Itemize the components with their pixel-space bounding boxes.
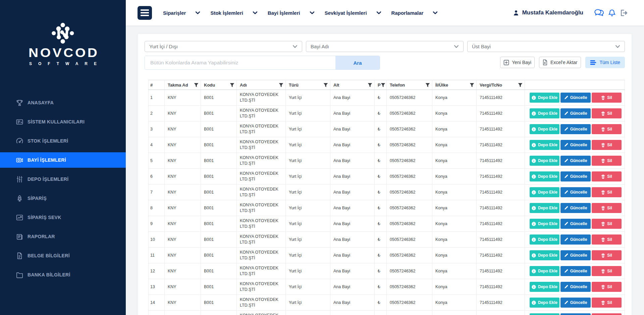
filter-select-placeholder: Yurt İçi / Dışı (149, 44, 178, 49)
hamburger-button[interactable] (138, 6, 152, 20)
col-header-label: P (378, 83, 381, 88)
depo-button[interactable]: Depo Ekle (530, 298, 559, 308)
filter-icon[interactable] (470, 83, 474, 87)
sil-button[interactable]: Sil (592, 93, 622, 103)
sil-button[interactable]: Sil (592, 298, 622, 308)
filter-icon[interactable] (368, 83, 372, 87)
filter-icon[interactable] (381, 83, 385, 87)
sil-button[interactable]: Sil (592, 250, 622, 260)
depo-button[interactable]: Depo Ekle (530, 250, 559, 260)
chart-up-icon (16, 214, 23, 221)
sidebar: NOVCOD SOFTWARE ANASAYFASİSTEM KULLANICI… (0, 0, 126, 315)
sil-button[interactable]: Sil (592, 171, 622, 181)
guncelle-button[interactable]: Güncelle (560, 156, 591, 166)
row-actions-cell: Depo EkleGüncelleSil (525, 200, 625, 216)
depo-button[interactable]: Depo Ekle (530, 140, 559, 150)
chat-icon[interactable] (594, 9, 604, 17)
sidebar-item-si-pari-sevk[interactable]: SİPARİŞ SEVK (0, 210, 126, 225)
depo-button[interactable]: Depo Ekle (530, 282, 559, 292)
sil-button[interactable]: Sil (592, 234, 622, 245)
filter-icon[interactable] (425, 83, 430, 87)
takma-ad-cell: KNY (165, 90, 201, 106)
sil-button[interactable]: Sil (592, 108, 622, 118)
depo-button[interactable]: Depo Ekle (530, 156, 559, 166)
sidebar-item-si-stem-kullanicilari[interactable]: SİSTEM KULLANICILARI (0, 114, 126, 129)
vergi-cell: 7145111492 (477, 248, 525, 263)
sidebar-item-bayi-i-lemleri-[interactable]: BAYİ İŞLEMLERİ (0, 152, 126, 168)
table-row: 13KNYB001KONYA OTOYEDEK LTD.ŞTİYurt İçiA… (149, 279, 625, 295)
search-input[interactable] (145, 56, 335, 69)
filter-icon[interactable] (323, 83, 328, 87)
info-icon (532, 285, 536, 289)
filter-icon[interactable] (518, 83, 523, 87)
top-menu-raporlamalar[interactable]: Raporlamalar (391, 10, 438, 16)
depo-button[interactable]: Depo Ekle (530, 219, 559, 229)
row-button-label: Güncelle (570, 127, 587, 132)
filter-icon[interactable] (279, 83, 283, 87)
guncelle-button[interactable]: Güncelle (560, 298, 591, 308)
sil-button[interactable]: Sil (592, 266, 622, 276)
logo[interactable]: NOVCOD SOFTWARE (0, 0, 126, 66)
sil-button[interactable]: Sil (592, 282, 622, 292)
user-menu[interactable]: Mustafa Kalemdaroğlu (513, 9, 583, 16)
depo-button[interactable]: Depo Ekle (530, 234, 559, 245)
adi-cell: KONYA OTOYEDEK LTD.ŞTİ (237, 279, 286, 295)
row-button-label: Güncelle (570, 158, 587, 163)
il-ulke-cell: Konya (432, 153, 477, 169)
filter-select-1[interactable]: Yurt İçi / Dışı (145, 41, 302, 52)
guncelle-button[interactable]: Güncelle (560, 234, 591, 245)
sidebar-item-anasayfa[interactable]: ANASAYFA (0, 95, 126, 110)
guncelle-button[interactable]: Güncelle (560, 250, 591, 260)
signout-icon[interactable] (620, 9, 628, 16)
guncelle-button[interactable]: Güncelle (560, 266, 591, 276)
filter-select-3[interactable]: Üst Bayi (467, 41, 625, 52)
filter-icon[interactable] (230, 83, 234, 87)
depo-button[interactable]: Depo Ekle (530, 124, 559, 134)
filter-select-2[interactable]: Bayi Adı (306, 41, 464, 52)
sidebar-item-stok-i-lemleri-[interactable]: STOK İŞLEMLERİ (0, 133, 126, 149)
sil-button[interactable]: Sil (592, 219, 622, 229)
depo-button[interactable]: Depo Ekle (530, 266, 559, 276)
guncelle-button[interactable]: Güncelle (560, 108, 591, 118)
guncelle-button[interactable]: Güncelle (560, 219, 591, 229)
sidebar-item-depo-i-lemleri-[interactable]: DEPO İŞLEMLERİ (0, 171, 126, 187)
guncelle-button[interactable]: Güncelle (560, 171, 591, 181)
guncelle-button[interactable]: Güncelle (560, 93, 591, 103)
sil-button[interactable]: Sil (592, 203, 622, 213)
depo-button[interactable]: Depo Ekle (530, 108, 559, 118)
top-menu-stok-i-lemleri[interactable]: Stok İşlemleri (210, 10, 258, 16)
depo-button[interactable]: Depo Ekle (530, 313, 559, 315)
kodu-cell: B001 (201, 169, 237, 185)
sil-button[interactable]: Sil (592, 187, 622, 197)
top-menu-sipari-ler[interactable]: Siparişler (163, 10, 200, 16)
sidebar-item-si-pari-[interactable]: SİPARİŞ (0, 191, 126, 206)
guncelle-button[interactable]: Güncelle (560, 124, 591, 134)
t-m-liste-button[interactable]: Tüm Liste (585, 57, 625, 68)
filter-icon[interactable] (194, 83, 199, 87)
sidebar-item-belge-bi-lgi-leri-[interactable]: BELGE BİLGİLERİ (0, 248, 126, 263)
select-chevron-icon (615, 44, 620, 49)
sidebar-item-banka-bi-lgi-leri-[interactable]: BANKA BİLGİLERİ (0, 267, 126, 282)
sil-button[interactable]: Sil (592, 156, 622, 166)
excel-e-aktar-button[interactable]: Excel'e Aktar (539, 57, 581, 68)
bell-icon[interactable] (608, 9, 615, 17)
search-button[interactable]: Ara (335, 56, 380, 69)
depo-button[interactable]: Depo Ekle (530, 187, 559, 197)
guncelle-button[interactable]: Güncelle (560, 282, 591, 292)
guncelle-button[interactable]: Güncelle (560, 203, 591, 213)
vergi-cell: 7145111492 (477, 185, 525, 200)
guncelle-button[interactable]: Güncelle (560, 187, 591, 197)
top-menu-sevkiyat-i-lemleri[interactable]: Sevkiyat İşlemleri (325, 10, 381, 16)
depo-button[interactable]: Depo Ekle (530, 203, 559, 213)
il-ulke-cell: Konya (432, 248, 477, 263)
depo-button[interactable]: Depo Ekle (530, 93, 559, 103)
sil-button[interactable]: Sil (592, 124, 622, 134)
yeni-bayi-button[interactable]: Yeni Bayi (500, 57, 535, 68)
top-menu-bayi-i-lemleri[interactable]: Bayi İşlemleri (268, 10, 315, 16)
sil-button[interactable]: Sil (592, 313, 622, 315)
guncelle-button[interactable]: Güncelle (560, 140, 591, 150)
guncelle-button[interactable]: Güncelle (560, 313, 591, 315)
sil-button[interactable]: Sil (592, 140, 622, 150)
sidebar-item-raporlar[interactable]: RAPORLAR (0, 229, 126, 244)
depo-button[interactable]: Depo Ekle (530, 171, 559, 181)
